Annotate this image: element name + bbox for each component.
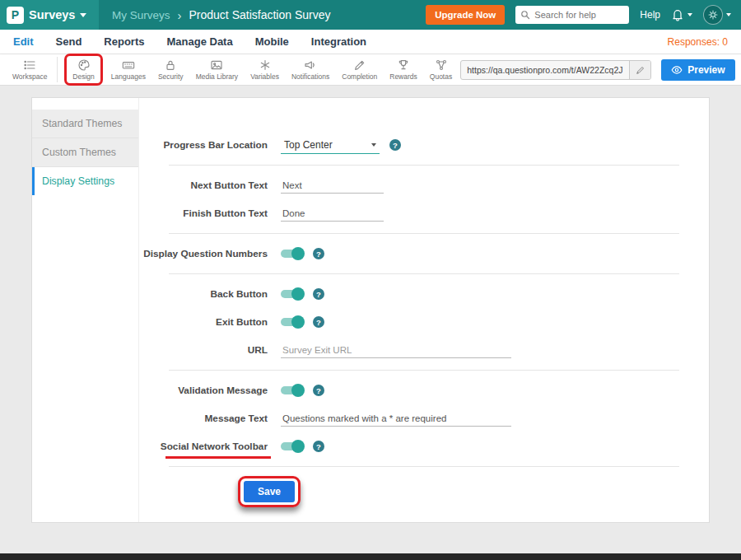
display-question-numbers-toggle[interactable]	[281, 250, 303, 258]
save-row: Save	[139, 476, 694, 507]
survey-nav-tabs: Edit Send Reports Manage Data Mobile Int…	[0, 30, 741, 54]
main-content: Standard Themes Custom Themes Display Se…	[0, 86, 741, 553]
exit-button-toggle[interactable]	[281, 318, 303, 326]
bell-icon	[671, 8, 684, 21]
edit-toolbar: Workspace Design Languages Security Medi…	[0, 54, 741, 86]
tab-mobile[interactable]: Mobile	[255, 35, 289, 48]
message-text-input[interactable]	[281, 411, 511, 427]
help-icon[interactable]: ?	[313, 385, 324, 396]
toolbar-item-media-library[interactable]: Media Library	[192, 57, 243, 82]
selected-option: Top Center	[284, 139, 333, 151]
help-search-input[interactable]	[534, 10, 624, 20]
social-network-toolbar-row: Social Network Toolbar ?	[139, 436, 694, 457]
toolbar-item-variables[interactable]: Variables	[246, 57, 283, 82]
toolbar-item-label: Workspace	[12, 72, 47, 81]
toolbar-item-label: Rewards	[389, 72, 417, 81]
annotation-red-underline	[165, 456, 271, 459]
preview-button[interactable]: Preview	[661, 59, 734, 81]
tab-send[interactable]: Send	[56, 35, 82, 48]
toolbar-item-rewards[interactable]: Rewards	[385, 57, 422, 82]
progress-bar-location-select[interactable]: Top Center	[281, 137, 380, 154]
bottom-bar	[0, 553, 741, 560]
help-icon[interactable]: ?	[313, 248, 324, 259]
help-icon[interactable]: ?	[389, 139, 401, 151]
divider	[169, 466, 679, 467]
product-switcher[interactable]: P Surveys	[0, 0, 99, 30]
validation-message-label: Validation Message	[139, 385, 268, 396]
next-button-text-row: Next Button Text	[139, 175, 694, 196]
divider	[169, 165, 679, 166]
next-button-text-label: Next Button Text	[139, 180, 268, 191]
help-icon[interactable]: ?	[313, 288, 324, 300]
display-question-numbers-row: Display Question Numbers ?	[139, 243, 694, 264]
toolbar-item-label: Variables	[250, 72, 279, 81]
gear-icon	[707, 9, 719, 21]
network-icon	[435, 58, 448, 72]
upgrade-now-button[interactable]: Upgrade Now	[426, 5, 505, 25]
toolbar-item-completion[interactable]: Completion	[338, 57, 381, 82]
help-link[interactable]: Help	[640, 9, 660, 21]
tab-integration[interactable]: Integration	[311, 35, 366, 48]
toolbar-item-design[interactable]: Design	[68, 57, 98, 82]
message-text-label: Message Text	[139, 413, 268, 424]
social-network-toolbar-label: Social Network Toolbar	[139, 441, 268, 452]
chevron-down-icon	[687, 13, 692, 16]
sidebar-item-standard-themes[interactable]: Standard Themes	[32, 110, 138, 138]
eye-icon	[671, 64, 683, 76]
help-search[interactable]	[515, 6, 629, 24]
display-question-numbers-label: Display Question Numbers	[139, 248, 268, 259]
breadcrumb-my-surveys[interactable]: My Surveys	[112, 9, 170, 21]
toolbar-item-label: Notifications	[291, 72, 329, 81]
finish-button-text-label: Finish Button Text	[139, 208, 268, 219]
account-menu[interactable]	[703, 5, 731, 25]
topbar: P Surveys My Surveys › Product Satisfact…	[0, 0, 741, 30]
back-button-row: Back Button ?	[139, 283, 694, 305]
help-icon[interactable]: ?	[313, 316, 324, 328]
image-icon	[210, 58, 223, 72]
megaphone-icon	[304, 58, 317, 72]
toolbar-item-label: Media Library	[196, 72, 239, 81]
variables-icon	[259, 58, 272, 72]
sidebar-item-display-settings[interactable]: Display Settings	[32, 167, 138, 195]
pencil-icon	[636, 65, 645, 75]
exit-url-input[interactable]	[281, 343, 511, 358]
notifications-menu[interactable]	[671, 8, 692, 21]
breadcrumb: My Surveys › Product Satisfaction Survey	[112, 8, 331, 22]
edit-url-button[interactable]	[629, 61, 650, 79]
toolbar-item-security[interactable]: Security	[154, 57, 188, 82]
design-settings-panel: Standard Themes Custom Themes Display Se…	[31, 97, 710, 523]
back-button-toggle[interactable]	[281, 290, 303, 298]
workspace-icon	[23, 58, 36, 72]
design-sidebar: Standard Themes Custom Themes Display Se…	[32, 98, 139, 522]
save-button[interactable]: Save	[244, 481, 295, 502]
toolbar-item-label: Design	[72, 72, 94, 81]
back-button-label: Back Button	[139, 288, 268, 300]
finish-button-text-input[interactable]	[281, 206, 384, 222]
toolbar-item-label: Security	[158, 72, 184, 81]
social-network-toolbar-toggle[interactable]	[281, 442, 303, 450]
validation-message-toggle[interactable]	[281, 386, 303, 394]
divider	[169, 273, 679, 274]
trophy-icon	[397, 58, 410, 72]
avatar	[703, 5, 723, 25]
sidebar-item-custom-themes[interactable]: Custom Themes	[32, 138, 138, 167]
toolbar-item-workspace[interactable]: Workspace	[8, 57, 58, 82]
tab-reports[interactable]: Reports	[104, 35, 144, 48]
toolbar-item-quotas[interactable]: Quotas	[426, 57, 456, 82]
tab-manage-data[interactable]: Manage Data	[166, 35, 232, 48]
chevron-down-icon	[80, 13, 86, 17]
message-text-row: Message Text	[139, 408, 694, 429]
logo-letter: P	[12, 8, 19, 21]
keyboard-icon	[122, 58, 135, 72]
survey-url-input[interactable]	[461, 65, 629, 75]
toolbar-item-languages[interactable]: Languages	[107, 57, 150, 82]
toolbar-right: Preview	[460, 59, 734, 81]
responses-count: Responses: 0	[668, 36, 728, 48]
validation-message-row: Validation Message ?	[139, 380, 694, 401]
toolbar-item-label: Languages	[111, 72, 146, 81]
help-icon[interactable]: ?	[313, 441, 324, 452]
pencil-icon	[353, 58, 366, 72]
toolbar-item-notifications[interactable]: Notifications	[287, 57, 333, 82]
tab-edit[interactable]: Edit	[13, 35, 34, 48]
next-button-text-input[interactable]	[281, 178, 384, 194]
